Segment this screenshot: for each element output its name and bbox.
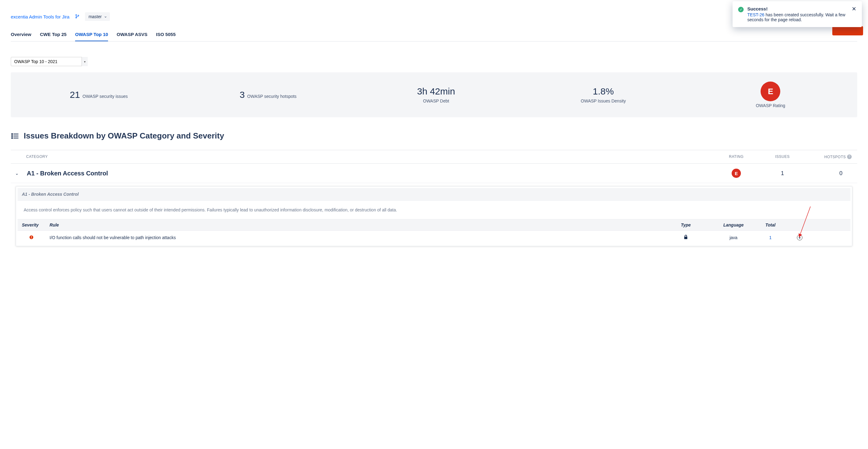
cell-rule: I/O function calls should not be vulnera…	[45, 231, 660, 245]
summary-card: 21 OWASP security issues 3 OWASP securit…	[11, 72, 857, 117]
cell-spacer	[813, 231, 850, 245]
th-spacer	[813, 219, 850, 231]
col-rating: RATING	[713, 155, 760, 159]
summary-rating-label: OWASP Rating	[756, 103, 785, 108]
col-issues: ISSUES	[760, 155, 806, 159]
tab-overview[interactable]: Overview	[11, 32, 31, 41]
th-language: Language	[712, 219, 755, 231]
rating-badge: E	[761, 82, 780, 101]
summary-hotspots: 3 OWASP security hotspots	[240, 90, 297, 100]
detail-title: A1 - Broken Access Control	[18, 188, 850, 201]
summary-debt: 3h 42min OWASP Debt	[408, 86, 464, 103]
svg-rect-10	[31, 236, 32, 237]
category-title: A1 - Broken Access Control	[27, 170, 713, 177]
tab-iso-5055[interactable]: ISO 5055	[156, 32, 176, 41]
detail-card: A1 - Broken Access Control Access contro…	[16, 186, 852, 246]
check-circle-icon: ✓	[738, 7, 744, 12]
cell-type	[660, 231, 712, 245]
svg-point-3	[12, 134, 12, 134]
th-action	[786, 219, 813, 231]
breadcrumb: excentia Admin Tools for Jira master	[11, 12, 857, 21]
summary-density: 1.8% OWASP Issues Density	[576, 86, 631, 103]
close-icon[interactable]: ✕	[852, 6, 856, 22]
summary-issues-value: 21	[70, 90, 80, 100]
tab-cwe-top-25[interactable]: CWE Top 25	[40, 32, 66, 41]
rule-row: I/O function calls should not be vulnera…	[18, 231, 850, 245]
category-rating: E	[713, 169, 760, 178]
th-rule: Rule	[45, 219, 660, 231]
col-category: CATEGORY	[26, 155, 713, 159]
branch-icon	[75, 14, 80, 20]
summary-debt-value: 3h 42min	[417, 86, 455, 97]
toast-title: Success!	[747, 6, 848, 11]
version-select[interactable]	[11, 57, 88, 66]
category-row: ⌄ A1 - Broken Access Control E 1 0	[11, 164, 857, 183]
svg-point-5	[12, 135, 12, 136]
version-select-wrap	[11, 57, 88, 66]
detail-description: Access control enforces policy such that…	[18, 201, 850, 219]
th-severity: Severity	[18, 219, 45, 231]
success-toast: ✓ Success! TEST-26 has been created succ…	[733, 1, 862, 27]
section-title: Issues Breakdown by OWASP Category and S…	[24, 131, 224, 141]
summary-density-value: 1.8%	[593, 86, 614, 97]
summary-issues-label: OWASP security issues	[83, 94, 128, 99]
chevron-down-icon[interactable]: ⌄	[15, 171, 21, 176]
svg-point-2	[78, 15, 79, 16]
tabs: Overview CWE Top 25 OWASP Top 10 OWASP A…	[11, 32, 857, 41]
tab-owasp-top-10[interactable]: OWASP Top 10	[75, 32, 108, 41]
summary-issues: 21 OWASP security issues	[70, 90, 128, 100]
th-type: Type	[660, 219, 712, 231]
summary-rating: E OWASP Rating	[743, 82, 798, 108]
critical-icon	[29, 235, 34, 240]
category-issues: 1	[760, 170, 806, 177]
summary-hotspots-label: OWASP security hotspots	[247, 94, 297, 99]
cell-severity	[18, 231, 45, 245]
chevron-down-icon[interactable]	[82, 57, 88, 66]
svg-rect-12	[684, 237, 687, 239]
cell-action: +	[786, 231, 813, 245]
svg-point-0	[76, 14, 76, 15]
cell-language: java	[712, 231, 755, 245]
tab-owasp-asvs[interactable]: OWASP ASVS	[117, 32, 148, 41]
add-button[interactable]: +	[797, 235, 802, 240]
svg-rect-11	[31, 238, 32, 238]
summary-debt-label: OWASP Debt	[423, 98, 449, 103]
list-icon	[11, 132, 19, 140]
rule-table: Severity Rule Type Language Total I/O fu…	[18, 219, 850, 244]
col-hotspots: HOTSPOTS ?	[806, 155, 852, 159]
total-link[interactable]: 1	[769, 235, 772, 240]
th-total: Total	[755, 219, 786, 231]
toast-issue-link[interactable]: TEST-26	[747, 12, 764, 17]
lock-icon	[684, 235, 688, 240]
category-hotspots: 0	[806, 170, 852, 177]
summary-density-label: OWASP Issues Density	[581, 98, 626, 103]
summary-hotspots-value: 3	[240, 90, 245, 100]
project-link[interactable]: excentia Admin Tools for Jira	[11, 14, 69, 20]
branch-select[interactable]: master	[85, 12, 110, 21]
table-header: CATEGORY RATING ISSUES HOTSPOTS ?	[11, 150, 857, 164]
help-icon[interactable]: ?	[847, 155, 852, 159]
svg-point-1	[76, 17, 76, 18]
background-action-button	[832, 26, 863, 35]
svg-point-7	[12, 137, 12, 138]
cell-total: 1	[755, 231, 786, 245]
rating-badge-sm: E	[732, 169, 741, 178]
section-heading: Issues Breakdown by OWASP Category and S…	[11, 131, 857, 141]
